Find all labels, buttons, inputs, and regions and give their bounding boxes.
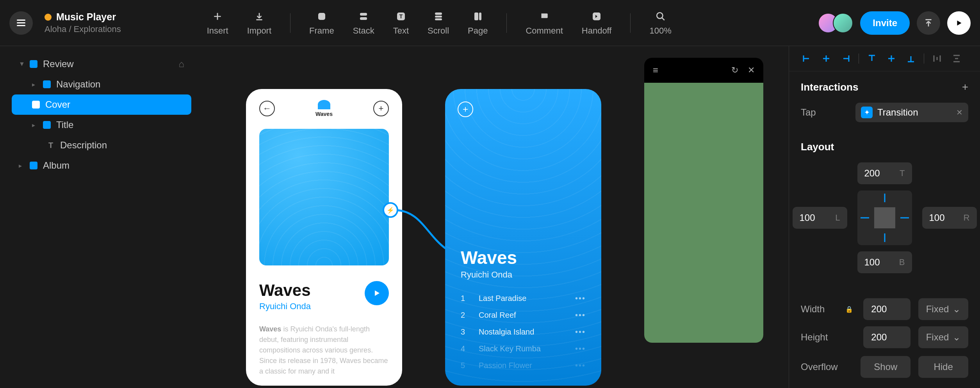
preview-window[interactable]: ≡ ↻ ✕ xyxy=(644,58,763,343)
tool-label: Stack xyxy=(353,26,374,36)
sparkle-icon: ✦ xyxy=(861,107,873,118)
layer-cover[interactable]: Cover xyxy=(12,94,191,115)
design-canvas[interactable]: ← Waves + Waves Ryuichi Onda Waves is Ry… xyxy=(203,46,789,388)
layer-label: Album xyxy=(43,160,69,171)
project-path[interactable]: Aloha / Explorations xyxy=(45,24,121,34)
svg-rect-0 xyxy=(318,13,325,20)
artboard-album[interactable]: + Waves Ryuichi Onda 1Last Paradise••• 2… xyxy=(445,89,601,386)
align-middle-button[interactable] xyxy=(885,53,898,64)
tool-label: Insert xyxy=(207,26,228,36)
comment-tool[interactable]: Comment xyxy=(526,10,563,36)
scroll-icon xyxy=(432,10,445,23)
chevron-right-icon: ▸ xyxy=(32,121,37,129)
stack-icon xyxy=(357,10,370,23)
frame-icon xyxy=(43,80,51,88)
import-tool[interactable]: Import xyxy=(247,10,271,36)
preview-menu-icon[interactable]: ≡ xyxy=(653,65,658,76)
section-title: Layout xyxy=(801,141,834,153)
lock-icon[interactable]: 🔒 xyxy=(845,306,853,313)
layers-panel: ▼ Review ⌂ ▸ Navigation Cover ▸ Title T … xyxy=(0,46,203,388)
tool-label: Import xyxy=(247,26,271,36)
layer-review[interactable]: ▼ Review ⌂ xyxy=(12,54,191,74)
play-icon xyxy=(955,19,963,27)
more-icon: ••• xyxy=(575,344,586,353)
more-icon: ••• xyxy=(575,294,586,303)
tool-label: Scroll xyxy=(428,26,449,36)
add-interaction-button[interactable]: + xyxy=(962,81,968,93)
preview-play-button[interactable] xyxy=(947,11,971,35)
main-menu-button[interactable] xyxy=(9,11,33,35)
pin-left-input[interactable]: 100L xyxy=(793,207,847,229)
layer-title[interactable]: ▸ Title xyxy=(12,115,191,135)
frame-icon xyxy=(43,121,51,129)
height-input[interactable]: 200 xyxy=(863,326,910,348)
align-center-h-button[interactable] xyxy=(820,53,833,64)
distribute-v-button[interactable] xyxy=(950,53,963,64)
frame-tool[interactable]: Frame xyxy=(309,10,334,36)
scroll-tool[interactable]: Scroll xyxy=(428,10,449,36)
separator xyxy=(630,13,631,33)
svg-rect-7 xyxy=(435,18,442,20)
svg-text:T: T xyxy=(399,13,403,20)
zoom-control[interactable]: 100% xyxy=(649,10,671,36)
align-top-button[interactable] xyxy=(865,53,878,64)
overflow-show-button[interactable]: Show xyxy=(861,356,911,378)
layer-navigation[interactable]: ▸ Navigation xyxy=(12,74,191,94)
width-row: Width 🔒 200 Fixed⌄ xyxy=(789,295,980,323)
layer-label: Navigation xyxy=(56,79,100,90)
layer-album[interactable]: ▸ Album xyxy=(12,155,191,176)
page-tool[interactable]: Page xyxy=(468,10,488,36)
search-icon xyxy=(654,10,667,23)
collaborator-avatars[interactable] xyxy=(818,13,853,33)
artboard-review[interactable]: ← Waves + Waves Ryuichi Onda Waves is Ry… xyxy=(246,89,402,386)
distribute-h-button[interactable] xyxy=(930,53,944,64)
section-title: Interactions xyxy=(801,81,858,93)
track-row: 2Coral Reef••• xyxy=(461,307,586,324)
tool-label: Comment xyxy=(526,26,563,36)
wave-logo-icon xyxy=(318,100,330,109)
interaction-action-pill[interactable]: ✦ Transition ✕ xyxy=(855,103,968,122)
track-row: 4Slack Key Rumba••• xyxy=(461,340,586,357)
remove-icon[interactable]: ✕ xyxy=(956,108,963,117)
overflow-label: Overflow xyxy=(801,361,838,372)
more-icon: ••• xyxy=(575,327,586,336)
chevron-down-icon: ▼ xyxy=(19,61,24,68)
overflow-hide-button[interactable]: Hide xyxy=(918,356,968,378)
interaction-event[interactable]: Tap xyxy=(801,107,848,118)
align-bottom-button[interactable] xyxy=(904,53,918,64)
separator xyxy=(506,13,507,33)
upload-button[interactable] xyxy=(917,11,940,35)
insert-tool[interactable]: Insert xyxy=(207,10,228,36)
track-row: 3Nostalgia Island••• xyxy=(461,324,586,340)
pin-bottom-input[interactable]: 100B xyxy=(857,251,912,273)
close-icon[interactable]: ✕ xyxy=(748,65,755,75)
handoff-tool[interactable]: Handoff xyxy=(582,10,612,36)
tool-label: Handoff xyxy=(582,26,612,36)
height-mode-select[interactable]: Fixed⌄ xyxy=(918,326,968,348)
layer-description[interactable]: T Description xyxy=(12,135,191,155)
zoom-value: 100% xyxy=(649,26,671,36)
layout-section: Layout 200T 100L 100R 100B xyxy=(789,132,980,295)
svg-rect-2 xyxy=(360,17,367,20)
width-mode-select[interactable]: Fixed⌄ xyxy=(918,298,968,320)
chevron-right-icon: ▸ xyxy=(32,81,37,88)
more-icon: ••• xyxy=(575,311,586,320)
text-icon: T xyxy=(395,10,407,23)
invite-button[interactable]: Invite xyxy=(860,11,910,35)
pin-top-input[interactable]: 200T xyxy=(857,162,912,184)
width-input[interactable]: 200 xyxy=(863,298,910,320)
handoff-icon xyxy=(590,10,603,23)
align-right-button[interactable] xyxy=(839,53,852,64)
stack-tool[interactable]: Stack xyxy=(353,10,374,36)
layer-label: Description xyxy=(60,140,107,151)
brand-text: Waves xyxy=(315,111,333,117)
avatar[interactable] xyxy=(833,13,853,33)
constraint-box[interactable] xyxy=(857,190,912,245)
width-label: Width xyxy=(801,304,835,315)
align-left-button[interactable] xyxy=(800,53,813,64)
pin-right-input[interactable]: 100R xyxy=(922,207,977,229)
overflow-row: Overflow Show Hide xyxy=(789,351,980,383)
play-button xyxy=(365,281,389,305)
reload-icon[interactable]: ↻ xyxy=(731,65,738,75)
text-tool[interactable]: T Text xyxy=(393,10,409,36)
